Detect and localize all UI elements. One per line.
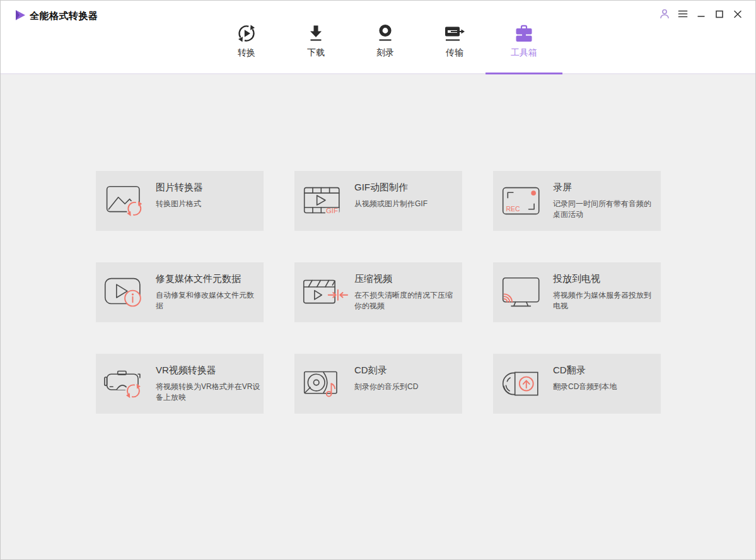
tool-card-desc: 翻录CD音频到本地 — [553, 382, 658, 392]
tool-card-gif-maker[interactable]: GIF GIF动图制作 从视频或图片制作GIF — [294, 171, 462, 231]
app-logo-icon — [14, 9, 26, 21]
burn-icon — [375, 23, 395, 44]
app-window: 全能格式转换器 — [0, 0, 756, 560]
tool-card-title: VR视频转换器 — [156, 364, 260, 376]
tab-convert[interactable]: 转换 — [212, 23, 281, 74]
tool-card-desc: 转换图片格式 — [156, 199, 260, 209]
tool-card-title: 压缩视频 — [354, 272, 459, 285]
minimize-button[interactable] — [694, 6, 709, 21]
tab-label: 传输 — [446, 47, 463, 59]
tool-card-compress-video[interactable]: 压缩视频 在不损失清晰度的情况下压缩你的视频 — [294, 262, 462, 322]
tab-toolbox[interactable]: 工具箱 — [489, 23, 559, 74]
close-button[interactable] — [730, 6, 745, 21]
tool-card-vr-converter[interactable]: VR视频转换器 将视频转换为VR格式并在VR设备上放映 — [96, 354, 264, 414]
tool-card-title: 图片转换器 — [156, 181, 260, 194]
cd-rip-icon — [493, 354, 553, 414]
tab-label: 下载 — [307, 47, 325, 59]
tab-label: 刻录 — [376, 47, 394, 59]
tab-label: 工具箱 — [511, 47, 537, 59]
convert-icon — [236, 23, 257, 44]
image-converter-icon — [96, 171, 156, 231]
menu-button[interactable] — [675, 6, 690, 21]
cast-to-tv-icon — [493, 262, 553, 322]
tab-burn[interactable]: 刻录 — [351, 23, 420, 74]
main-nav: 转换 下载 刻录 — [212, 23, 559, 74]
header: 全能格式转换器 — [1, 1, 755, 74]
cd-burn-icon — [294, 354, 354, 414]
tool-card-desc: 记录同一时间所有带有音频的桌面活动 — [553, 199, 658, 220]
app-title: 全能格式转换器 — [30, 10, 98, 22]
maximize-button[interactable] — [712, 6, 727, 21]
gif-maker-icon: GIF — [294, 171, 354, 231]
toolbox-panel: 图片转换器 转换图片格式 — [1, 76, 755, 559]
tool-card-title: CD刻录 — [354, 364, 459, 376]
rec-icon-label: REC — [506, 206, 520, 213]
tool-card-desc: 将视频转换为VR格式并在VR设备上放映 — [156, 382, 260, 403]
tool-card-desc: 将视频作为媒体服务器投放到电视 — [553, 290, 658, 312]
fix-metadata-icon — [96, 262, 156, 322]
tool-card-desc: 自动修复和修改媒体文件元数据 — [156, 290, 260, 312]
tab-label: 转换 — [238, 47, 255, 59]
window-controls — [657, 6, 745, 21]
tool-card-title: GIF动图制作 — [354, 181, 459, 194]
gif-icon-label: GIF — [325, 207, 337, 214]
tool-card-screen-record[interactable]: REC 录屏 记录同一时间所有带有音频的桌面活动 — [493, 171, 661, 231]
tool-card-image-converter[interactable]: 图片转换器 转换图片格式 — [96, 171, 264, 231]
tool-card-desc: 刻录你的音乐到CD — [354, 382, 459, 392]
tab-download[interactable]: 下载 — [281, 23, 351, 74]
tool-card-title: CD翻录 — [553, 364, 658, 376]
tool-card-title: 修复媒体文件元数据 — [156, 272, 260, 285]
tool-card-fix-metadata[interactable]: 修复媒体文件元数据 自动修复和修改媒体文件元数据 — [96, 262, 264, 322]
tool-card-desc: 从视频或图片制作GIF — [354, 199, 459, 209]
compress-video-icon — [294, 262, 354, 322]
tool-card-cd-burn[interactable]: CD刻录 刻录你的音乐到CD — [294, 354, 462, 414]
tool-card-title: 投放到电视 — [553, 272, 658, 285]
account-button[interactable] — [657, 6, 672, 21]
transfer-icon — [444, 23, 465, 44]
screen-record-icon: REC — [493, 171, 553, 231]
tool-card-cast-to-tv[interactable]: 投放到电视 将视频作为媒体服务器投放到电视 — [493, 262, 661, 322]
tool-card-grid: 图片转换器 转换图片格式 — [96, 171, 661, 414]
tool-card-desc: 在不损失清晰度的情况下压缩你的视频 — [354, 290, 459, 312]
vr-converter-icon — [96, 354, 156, 414]
tool-card-cd-rip[interactable]: CD翻录 翻录CD音频到本地 — [493, 354, 661, 414]
download-icon — [306, 23, 326, 44]
tab-transfer[interactable]: 传输 — [420, 23, 489, 74]
toolbox-icon — [514, 23, 534, 44]
tool-card-title: 录屏 — [553, 181, 658, 194]
